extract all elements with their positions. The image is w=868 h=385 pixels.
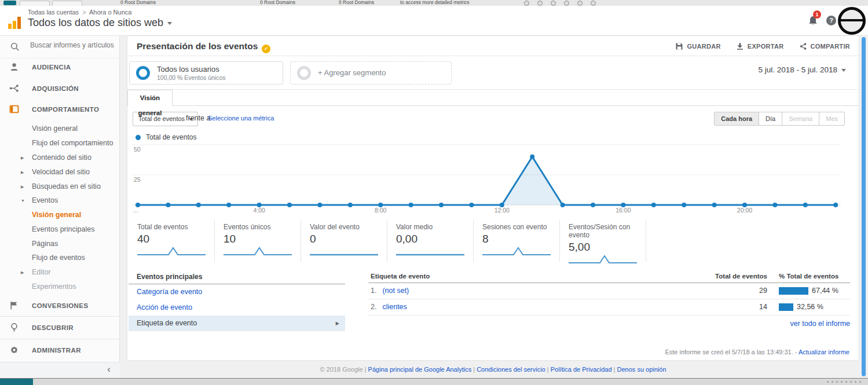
sidebar-item-conversiones[interactable]: CONVERSIONES xyxy=(0,298,120,313)
sidebar-item-busquedas-en-el-sitio[interactable]: ▶Búsquedas en el sitio xyxy=(0,179,120,194)
footer-link-privacy[interactable]: Política de Privacidad xyxy=(551,366,612,373)
date-range-selector[interactable]: 5 jul. 2018 - 5 jul. 2018 xyxy=(758,65,846,74)
scrollbar[interactable] xyxy=(862,37,866,376)
percentage-bar xyxy=(779,303,793,311)
row-rank: 2. xyxy=(371,303,376,311)
sidebar-item-experimentos[interactable]: Experimentos xyxy=(0,280,120,294)
sidebar-item-flujo-de-eventos[interactable]: Flujo de eventos xyxy=(0,251,120,265)
not-set-link[interactable]: (not set) xyxy=(382,287,409,295)
legend-dot-icon xyxy=(135,135,141,140)
expand-arrow-icon[interactable]: ▶ xyxy=(21,265,24,280)
sidebar-item-label: Eventos principales xyxy=(32,225,94,233)
table-row[interactable]: 1.(not set) 29 67,44 % xyxy=(368,283,850,299)
behavior-icon xyxy=(9,104,19,114)
table-row[interactable]: Acción de evento xyxy=(129,300,345,316)
column-header-etiqueta[interactable]: Etiqueta de evento xyxy=(368,273,704,280)
flag-icon xyxy=(9,300,19,310)
sidebar-search[interactable] xyxy=(0,36,120,58)
breadcrumb-accounts[interactable]: Todas las cuentas xyxy=(28,9,79,16)
svg-text:8:00: 8:00 xyxy=(375,207,387,214)
select-metric-link[interactable]: Seleccione una métrica xyxy=(208,115,274,122)
search-icon xyxy=(10,42,20,52)
sidebar-divider xyxy=(0,339,120,339)
add-segment-button[interactable]: + Agregar segmento xyxy=(290,61,452,85)
sidebar: AUDIENCIA ADQUISICIÓN COMPORTAMIENTO Vis… xyxy=(0,36,120,378)
metric-card-valor-del-evento[interactable]: Valor del evento 0 xyxy=(301,220,387,262)
sidebar-item-eventos-vision-general[interactable]: Visión general xyxy=(0,208,120,222)
refresh-report-link[interactable]: Actualizar informe xyxy=(799,349,849,355)
segments-row: Todos los usuarios 100,00 % Eventos únic… xyxy=(127,56,859,90)
sidebar-item-administrar[interactable]: ADMINISTRAR xyxy=(0,343,120,358)
footer-link-home[interactable]: Página principal de Google Analytics xyxy=(368,366,472,373)
metric-card-valor-medio[interactable]: Valor medio 0,00 xyxy=(387,220,474,262)
granularity-dia[interactable]: Día xyxy=(759,112,782,126)
sidebar-item-contenido-del-sitio[interactable]: ▶Contenido del sitio xyxy=(0,151,120,165)
sidebar-item-paginas[interactable]: Páginas xyxy=(0,237,120,251)
sidebar-item-label: CONVERSIONES xyxy=(32,302,88,309)
export-button[interactable]: EXPORTAR xyxy=(736,42,784,50)
column-header-total[interactable]: Total de eventos xyxy=(704,273,767,280)
sidebar-item-adquisicion[interactable]: ADQUISICIÓN xyxy=(0,81,120,96)
table-row-selected[interactable]: Etiqueta de evento ▶ xyxy=(129,316,345,331)
property-selector[interactable]: Todos los datos de sitios web xyxy=(28,17,172,29)
events-chart[interactable]: 2550...4:008:0012:0016:0020:00 xyxy=(132,142,841,214)
background-text: 0 Root Domains xyxy=(120,0,156,5)
expand-arrow-icon[interactable]: ▶ xyxy=(21,165,24,179)
sidebar-item-editor[interactable]: ▶Editor xyxy=(0,265,120,280)
svg-text:12:00: 12:00 xyxy=(495,207,510,214)
sidebar-item-label: Visión general xyxy=(32,211,81,219)
granularity-cada-hora[interactable]: Cada hora xyxy=(714,112,759,126)
chevron-down-icon xyxy=(841,69,846,72)
table-row[interactable]: Categoría de evento xyxy=(129,284,345,300)
sidebar-item-velocidad-del-sitio[interactable]: ▶Velocidad del sitio xyxy=(0,165,120,179)
footer: © 2018 Google | Página principal de Goog… xyxy=(127,366,859,373)
background-text: 0 Root Domains xyxy=(339,0,374,5)
breadcrumb[interactable]: Todas las cuentas > Ahora o Nunca xyxy=(28,9,131,16)
expand-arrow-icon[interactable]: ▶ xyxy=(21,151,24,165)
svg-text:50: 50 xyxy=(134,146,141,153)
report-header: Presentación de los eventos✓ GUARDAR EXP… xyxy=(127,36,859,56)
collapse-arrow-icon[interactable]: ▼ xyxy=(21,193,25,208)
categoria-de-evento-link[interactable]: Categoría de evento xyxy=(137,288,202,296)
save-button[interactable]: GUARDAR xyxy=(675,42,720,50)
view-full-report-link[interactable]: ver todo el informe xyxy=(790,320,850,328)
sidebar-item-vision-general[interactable]: Visión general xyxy=(0,122,120,136)
avatar[interactable] xyxy=(838,7,866,35)
sidebar-divider xyxy=(0,316,120,317)
search-input[interactable] xyxy=(29,41,117,50)
notification-badge[interactable]: 1 xyxy=(813,10,821,19)
clientes-link[interactable]: clientes xyxy=(382,303,406,311)
sidebar-item-audiencia[interactable]: AUDIENCIA xyxy=(0,60,120,75)
help-button[interactable]: ? xyxy=(826,16,836,25)
sparkline xyxy=(310,246,387,256)
svg-text:16:00: 16:00 xyxy=(616,207,631,214)
collapse-sidebar-button[interactable]: ‹ xyxy=(107,364,111,375)
accion-de-evento-link[interactable]: Acción de evento xyxy=(137,303,192,311)
metric-card-eventos-sesion[interactable]: Eventos/Sesión con evento 5,00 xyxy=(560,220,646,262)
table-row[interactable]: 2.clientes 14 32,56 % xyxy=(368,299,850,316)
sidebar-item-label: Flujo de eventos xyxy=(32,254,85,262)
sparkline xyxy=(137,246,214,256)
metric-card-eventos-unicos[interactable]: Eventos únicos 10 xyxy=(215,220,301,262)
expand-arrow-icon[interactable]: ▶ xyxy=(21,179,24,194)
footer-link-terms[interactable]: Condiciones del servicio xyxy=(477,366,545,373)
breadcrumb-account-name[interactable]: Ahora o Nunca xyxy=(89,9,131,16)
column-header-pct[interactable]: % Total de eventos xyxy=(779,273,850,280)
segment-all-users[interactable]: Todos los usuarios 100,00 % Eventos únic… xyxy=(129,61,283,85)
sidebar-item-comportamiento[interactable]: COMPORTAMIENTO xyxy=(0,102,120,117)
percentage-bar xyxy=(779,287,808,295)
metric-card-total-eventos[interactable]: Total de eventos 40 xyxy=(129,220,215,262)
chevron-down-icon xyxy=(167,22,172,25)
tab-vision-general[interactable]: Visión general xyxy=(127,90,173,106)
sparkline xyxy=(482,246,559,256)
share-button[interactable]: COMPARTIR xyxy=(799,42,851,50)
granularity-mes: Mes xyxy=(819,112,845,126)
sidebar-item-descubrir[interactable]: DESCUBRIR xyxy=(0,320,120,335)
sidebar-item-eventos[interactable]: ▼Eventos xyxy=(0,193,120,208)
metric-cards: Total de eventos 40 Eventos únicos 10 Va… xyxy=(129,220,646,262)
sidebar-item-flujo-del-comportamiento[interactable]: Flujo del comportamiento xyxy=(0,136,120,151)
sidebar-item-eventos-principales[interactable]: Eventos principales xyxy=(0,222,120,237)
metric-card-sesiones-con-evento[interactable]: Sesiones con evento 8 xyxy=(474,220,560,262)
row-total: 29 xyxy=(704,283,767,299)
footer-link-feedback[interactable]: Denos su opinión xyxy=(617,366,666,373)
